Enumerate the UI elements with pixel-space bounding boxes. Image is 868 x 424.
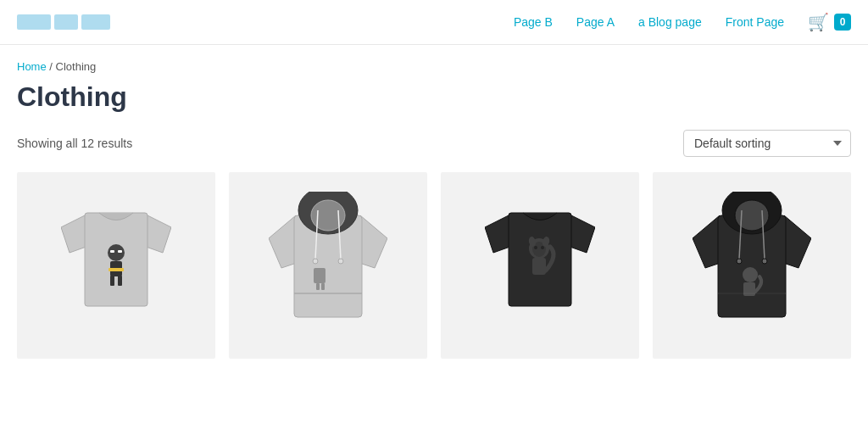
svg-point-18 bbox=[313, 259, 318, 264]
product-card-1[interactable] bbox=[17, 172, 215, 359]
breadcrumb-home[interactable]: Home bbox=[17, 60, 47, 73]
svg-rect-44 bbox=[743, 282, 755, 296]
svg-point-14 bbox=[311, 200, 345, 231]
cart-button[interactable]: 🛒 0 bbox=[808, 12, 851, 32]
svg-rect-5 bbox=[118, 250, 122, 253]
site-logo[interactable] bbox=[17, 14, 110, 30]
breadcrumb-separator: / bbox=[47, 60, 56, 73]
svg-point-30 bbox=[534, 246, 537, 249]
nav-blog-page[interactable]: a Blog page bbox=[638, 15, 702, 29]
logo-block-2 bbox=[54, 14, 78, 30]
svg-point-37 bbox=[735, 200, 769, 231]
svg-rect-8 bbox=[110, 276, 114, 286]
logo-block-3 bbox=[81, 14, 110, 30]
cart-count-badge: 0 bbox=[834, 14, 851, 31]
nav-page-b[interactable]: Page B bbox=[514, 15, 553, 29]
product-image-4 bbox=[653, 172, 851, 359]
svg-point-19 bbox=[338, 259, 343, 264]
site-header: Page B Page A a Blog page Front Page 🛒 0 bbox=[0, 0, 868, 45]
svg-rect-9 bbox=[118, 276, 122, 286]
svg-point-42 bbox=[762, 259, 767, 264]
nav-page-a[interactable]: Page A bbox=[576, 15, 615, 29]
breadcrumb: Home / Clothing bbox=[17, 60, 851, 73]
logo-block-1 bbox=[17, 14, 51, 30]
product-image-1 bbox=[17, 172, 215, 359]
product-grid bbox=[17, 172, 851, 384]
breadcrumb-current: Clothing bbox=[56, 60, 97, 73]
svg-point-43 bbox=[743, 267, 758, 282]
results-count: Showing all 12 results bbox=[17, 137, 132, 150]
svg-point-3 bbox=[108, 244, 125, 261]
svg-rect-22 bbox=[321, 283, 325, 290]
svg-rect-4 bbox=[110, 250, 114, 253]
cart-icon: 🛒 bbox=[808, 12, 829, 32]
product-image-3 bbox=[441, 172, 639, 359]
main-nav: Page B Page A a Blog page Front Page 🛒 0 bbox=[514, 12, 851, 32]
results-row: Showing all 12 results Default sorting S… bbox=[17, 130, 851, 157]
svg-rect-21 bbox=[316, 283, 320, 290]
svg-rect-20 bbox=[314, 268, 326, 283]
svg-rect-7 bbox=[108, 268, 124, 271]
svg-point-31 bbox=[541, 246, 544, 249]
product-card-2[interactable] bbox=[229, 172, 427, 359]
svg-rect-32 bbox=[532, 258, 546, 275]
product-card-4[interactable] bbox=[653, 172, 851, 359]
svg-point-41 bbox=[737, 259, 742, 264]
sort-select[interactable]: Default sorting Sort by popularity Sort … bbox=[683, 130, 851, 157]
product-card-3[interactable] bbox=[441, 172, 639, 359]
product-image-2 bbox=[229, 172, 427, 359]
page-content: Home / Clothing Clothing Showing all 12 … bbox=[0, 45, 868, 384]
nav-front-page[interactable]: Front Page bbox=[726, 15, 784, 29]
page-title: Clothing bbox=[17, 81, 851, 113]
